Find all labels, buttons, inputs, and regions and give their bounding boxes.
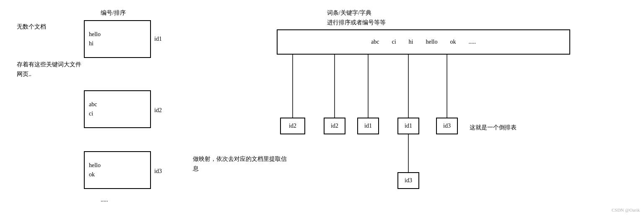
doc1-line2: hi [89,39,93,48]
dict-abc: abc [371,37,379,47]
dict-hi: hi [409,37,413,47]
doc3-id: id3 [154,168,162,175]
ptr-hello-id1: id1 [397,118,419,134]
ellipsis-label: ..... [101,197,108,203]
ptr-abc-id2-label: id2 [289,121,296,131]
dict-ellipsis: ..... [468,37,476,47]
ptr-hello-id3-label: id3 [405,176,412,185]
doc2-line1: abc [89,100,97,109]
title-label: 无数个文档 [17,23,46,31]
ptr-hello-id3: id3 [397,172,419,189]
right-note: 这就是一个倒排表 [470,124,517,131]
note1-label: 存着有这些关键词大文件 [17,61,81,68]
ptr-abc-id2: id2 [280,118,305,134]
ptr-hi-id1-label: id1 [364,121,372,131]
note2-label: 网页.. [17,71,31,78]
dict-ok: ok [450,37,456,47]
ptr-ok-id3: id3 [436,118,458,134]
doc1-line1: hello [89,30,101,39]
doc2-line2: ci [89,109,93,118]
middle-note2: 息 [193,165,199,173]
watermark: CSDN @Oarik [612,207,640,212]
ptr-ok-id3-label: id3 [443,121,451,131]
doc3-line2: ok [89,170,95,179]
dict-box: abc ci hi hello ok ..... [277,29,570,55]
ptr-ci-id2-label: id2 [331,121,338,131]
doc3-line1: hello [89,161,101,170]
ptr-hi-id1: id1 [357,118,379,134]
dict-hello: hello [426,37,437,47]
ptr-hello-id1-label: id1 [405,121,412,131]
numbering-label: 编号/排序 [101,9,126,17]
ptr-ci-id2: id2 [324,118,345,134]
middle-note1: 做映射，依次去对应的文档里提取信 [193,155,287,163]
right-title1: 词条/关键字/字典 [327,9,371,17]
dict-ci: ci [392,37,396,47]
doc3-box: hello ok [84,151,151,189]
doc1-id: id1 [154,36,162,42]
doc2-box: abc ci [84,90,151,128]
doc1-box: hello hi [84,20,151,58]
right-title2: 进行排序或者编号等等 [327,19,386,26]
doc2-id: id2 [154,107,162,114]
